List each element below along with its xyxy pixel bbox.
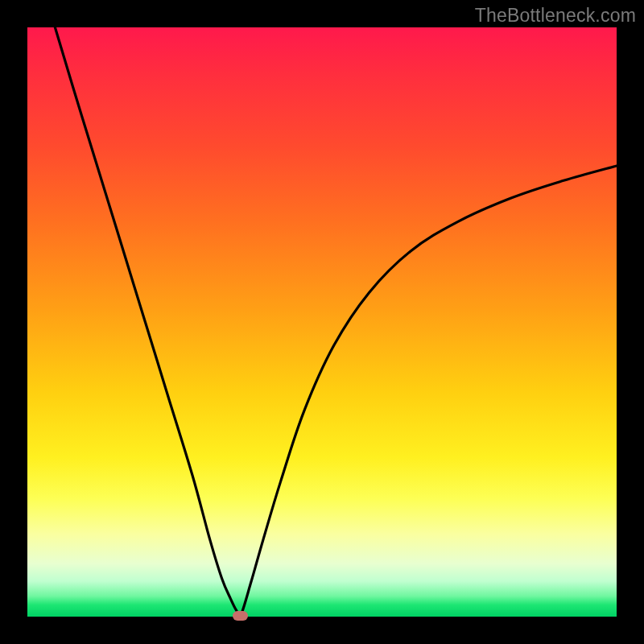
chart-frame: TheBottleneck.com <box>0 0 644 644</box>
bottleneck-curve <box>27 27 617 617</box>
optimum-marker <box>233 611 248 621</box>
watermark-text: TheBottleneck.com <box>475 5 636 27</box>
plot-area <box>27 27 617 617</box>
